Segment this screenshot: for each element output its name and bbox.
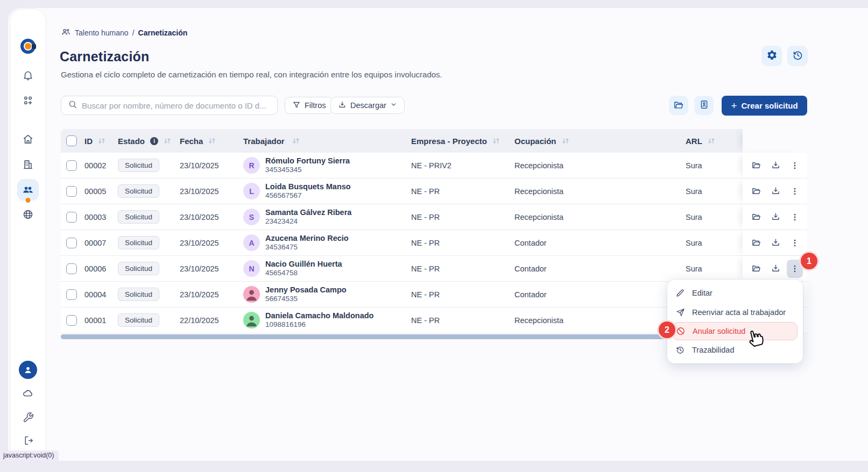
- building-icon[interactable]: [17, 154, 39, 175]
- search-icon: [68, 99, 77, 111]
- logout-icon[interactable]: [17, 430, 39, 451]
- open-folder-button[interactable]: [748, 260, 764, 278]
- row-checkbox[interactable]: [66, 263, 77, 274]
- cell-occupation: Recepcionista: [512, 316, 683, 325]
- download-button[interactable]: Descargar: [330, 97, 405, 114]
- header-fecha[interactable]: Fecha: [178, 137, 241, 146]
- people-icon[interactable]: [17, 179, 39, 201]
- download-row-button[interactable]: [767, 182, 784, 201]
- filters-button[interactable]: Filtros: [285, 97, 333, 114]
- header-ocupacion[interactable]: Ocupación: [512, 137, 683, 146]
- breadcrumb: Talento humano / Carnetización: [61, 27, 187, 39]
- cloud-icon[interactable]: [17, 383, 39, 404]
- header-empresa[interactable]: Empresa - Proyecto: [409, 137, 512, 146]
- row-checkbox[interactable]: [66, 186, 77, 197]
- cell-arl: Sura: [683, 213, 743, 221]
- globe-icon[interactable]: [17, 204, 39, 225]
- cell-project: NE - PR: [409, 264, 512, 273]
- status-badge: Solicitud: [118, 262, 159, 275]
- cell-id: 00002: [82, 161, 116, 170]
- ban-icon: [675, 326, 686, 336]
- row-checkbox[interactable]: [66, 212, 77, 223]
- history-icon: [792, 49, 803, 62]
- cell-id: 00003: [82, 213, 116, 221]
- row-checkbox[interactable]: [66, 160, 77, 171]
- menu-item[interactable]: Trazabilidad: [667, 340, 803, 360]
- worker-name: Rómulo Fortuny Sierra: [265, 156, 350, 166]
- row-context-menu: Editar Reenviar acta al trabajador Anula…: [667, 280, 803, 363]
- table-row: 00006 Solicitud 23/10/2025 N Nacio Guill…: [61, 256, 807, 282]
- user-avatar-icon[interactable]: [17, 359, 39, 381]
- sort-icon[interactable]: [708, 138, 715, 144]
- menu-item-label: Editar: [692, 289, 712, 297]
- cell-project: NE - PR: [409, 187, 512, 196]
- create-request-label: Crear solicitud: [742, 101, 798, 110]
- menu-item[interactable]: Reenviar acta al trabajador: [667, 303, 803, 322]
- menu-item[interactable]: Editar: [667, 283, 803, 303]
- create-request-button[interactable]: + Crear solicitud: [722, 96, 807, 116]
- sort-icon[interactable]: [562, 138, 569, 144]
- search-input[interactable]: [82, 101, 271, 110]
- status-badge: Solicitud: [118, 184, 159, 198]
- worker-avatar: R: [243, 157, 260, 174]
- apps-add-icon[interactable]: [17, 90, 39, 111]
- cell-arl: Sura: [683, 264, 743, 273]
- open-folder-button[interactable]: [748, 234, 764, 252]
- open-folder-button[interactable]: [748, 156, 764, 175]
- select-all-checkbox[interactable]: [66, 135, 77, 146]
- settings-button[interactable]: [761, 46, 782, 66]
- filters-label: Filtros: [305, 101, 326, 110]
- header-estado[interactable]: Estadoi: [116, 137, 178, 146]
- kebab-menu-button[interactable]: [787, 208, 803, 226]
- row-checkbox[interactable]: [66, 238, 77, 248]
- folder-view-button[interactable]: [669, 96, 688, 115]
- filter-icon: [292, 101, 301, 111]
- cell-date: 23/10/2025: [178, 161, 241, 170]
- bell-icon[interactable]: [17, 65, 39, 86]
- sort-icon[interactable]: [164, 138, 171, 144]
- wrench-icon[interactable]: [17, 406, 39, 428]
- row-checkbox[interactable]: [66, 315, 77, 326]
- cell-id: 00004: [82, 290, 116, 299]
- sort-icon[interactable]: [292, 138, 300, 144]
- page-subtitle: Gestiona el ciclo completo de carnetizac…: [61, 70, 442, 79]
- info-icon[interactable]: i: [150, 137, 158, 145]
- download-row-button[interactable]: [767, 156, 784, 175]
- download-row-button[interactable]: [767, 208, 784, 226]
- menu-item[interactable]: Anular solicitud: [673, 322, 798, 340]
- cell-date: 22/10/2025: [178, 316, 241, 325]
- row-checkbox[interactable]: [66, 289, 77, 300]
- download-row-button[interactable]: [767, 234, 784, 252]
- header-id[interactable]: ID: [82, 137, 116, 146]
- header-trabajador[interactable]: Trabajador: [241, 137, 409, 146]
- sort-icon[interactable]: [98, 138, 105, 144]
- status-badge: Solicitud: [118, 288, 159, 301]
- cell-arl: Sura: [683, 161, 743, 170]
- open-folder-button[interactable]: [748, 208, 764, 226]
- folder-icon: [673, 99, 684, 112]
- table-row: 00007 Solicitud 23/10/2025 A Azucena Mer…: [61, 230, 807, 256]
- download-row-button[interactable]: [767, 260, 784, 278]
- home-icon[interactable]: [17, 128, 39, 150]
- sort-icon[interactable]: [208, 138, 216, 144]
- cell-date: 23/10/2025: [178, 290, 241, 299]
- kebab-menu-button[interactable]: [787, 156, 803, 175]
- worker-avatar: [243, 286, 260, 303]
- worker-document: 1098816196: [265, 320, 373, 330]
- kebab-menu-button[interactable]: [787, 182, 803, 201]
- menu-item-label: Reenviar acta al trabajador: [692, 308, 786, 317]
- header-arl[interactable]: ARL: [683, 137, 743, 146]
- id-card-view-button[interactable]: [694, 96, 714, 115]
- status-badge: Solicitud: [118, 313, 159, 327]
- history-button[interactable]: [787, 46, 808, 66]
- open-folder-button[interactable]: [748, 182, 764, 201]
- app-logo-icon[interactable]: [17, 35, 39, 57]
- cell-occupation: Contador: [512, 239, 683, 247]
- sort-icon[interactable]: [492, 138, 500, 144]
- worker-document: 45654758: [265, 269, 342, 278]
- kebab-menu-button[interactable]: [787, 234, 803, 252]
- cell-arl: Sura: [683, 239, 743, 247]
- status-badge: Solicitud: [118, 210, 159, 224]
- breadcrumb-section[interactable]: Talento humano: [75, 28, 129, 37]
- send-icon: [675, 307, 686, 317]
